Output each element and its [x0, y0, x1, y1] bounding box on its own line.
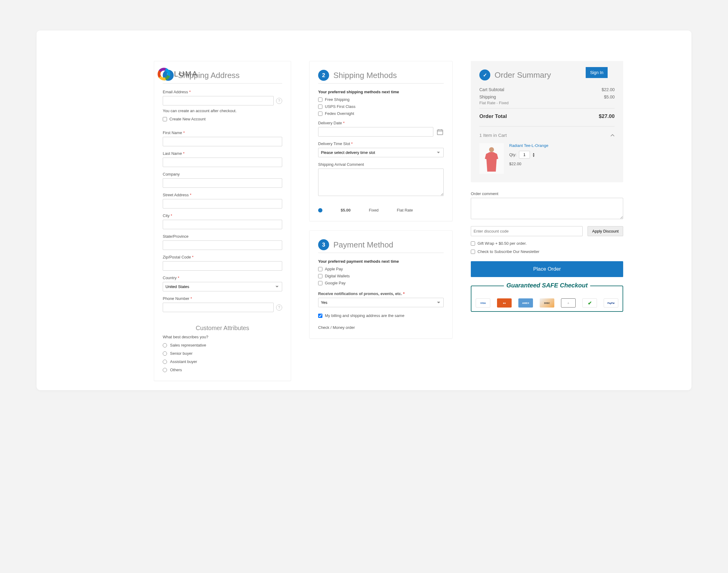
- delivery-date-input[interactable]: [318, 127, 433, 137]
- place-order-button[interactable]: Place Order: [471, 261, 623, 277]
- total-value: $27.00: [599, 113, 615, 119]
- last-name-label: Last Name: [163, 151, 282, 156]
- pay-pref-2-checkbox[interactable]: [318, 281, 322, 285]
- qty-label: Qty:: [509, 152, 516, 157]
- luma-logo-icon: [157, 67, 171, 81]
- qty-input[interactable]: [519, 151, 530, 158]
- ship-rate-carrier: Fixed: [369, 208, 379, 212]
- ship-rate-method: Flat Rate: [397, 208, 413, 212]
- visa-icon: VISA: [476, 298, 490, 308]
- notif-select[interactable]: Yes: [318, 298, 444, 307]
- items-head[interactable]: 1 Item in Cart: [479, 133, 507, 138]
- attr-opt-3-radio[interactable]: [163, 368, 167, 372]
- paypal-icon: PayPal: [604, 298, 618, 308]
- phone-help-icon[interactable]: ?: [276, 305, 282, 311]
- qty-stepper[interactable]: ▲▼: [533, 152, 535, 157]
- country-label: Country: [163, 275, 282, 280]
- shipping-sum-value: $5.00: [604, 95, 615, 99]
- attr-opt-2-label: Assistant buyer: [170, 359, 197, 364]
- first-name-input[interactable]: [163, 137, 282, 146]
- ship-pref-0-label: Free Shipping: [325, 97, 349, 102]
- delivery-date-label: Delivery Date: [318, 121, 444, 125]
- pay-pref-2-label: Google Pay: [325, 281, 346, 285]
- customer-attrs-question: What best describes you?: [163, 335, 282, 339]
- secure-icon: ✔: [582, 298, 597, 308]
- shipping-sum-label: Shipping: [479, 95, 496, 99]
- first-name-label: First Name: [163, 131, 282, 135]
- company-input[interactable]: [163, 178, 282, 188]
- company-label: Company: [163, 172, 282, 176]
- shipping-methods-panel: 2 Shipping Methods Your preferred shippi…: [309, 61, 452, 221]
- payment-panel: 3 Payment Method Your preferred payment …: [309, 230, 452, 338]
- city-input[interactable]: [163, 220, 282, 229]
- subtotal-value: $22.00: [602, 87, 615, 92]
- discount-input[interactable]: [471, 226, 583, 236]
- cart-item: Radiant Tee-L-Orange Qty: ▲▼ $22.00: [479, 143, 615, 174]
- ship-rate-price: $5.00: [341, 208, 351, 212]
- step-3-title: Payment Method: [333, 240, 393, 250]
- item-price: $22.00: [509, 162, 548, 166]
- ship-rate-radio[interactable]: [318, 208, 322, 212]
- discover-icon: DISC: [540, 298, 554, 308]
- signin-button[interactable]: Sign In: [586, 67, 608, 78]
- email-hint: You can create an account after checkout…: [163, 108, 282, 113]
- pay-pref-1-checkbox[interactable]: [318, 274, 322, 278]
- pay-pref-label: Your preferred payment methods next time: [318, 259, 444, 264]
- ship-comment-label: Shipping Arrival Comment: [318, 162, 444, 167]
- payment-method-text: Check / Money order: [318, 325, 444, 330]
- email-input[interactable]: [163, 96, 274, 105]
- svg-rect-5: [437, 130, 443, 135]
- same-address-checkbox[interactable]: [318, 314, 322, 318]
- state-label: State/Province: [163, 234, 282, 239]
- shipping-sum-sub: Flat Rate - Fixed: [479, 101, 509, 105]
- phone-input[interactable]: [163, 303, 274, 312]
- calendar-icon[interactable]: [436, 128, 444, 136]
- brand-name: LUMA: [174, 70, 198, 78]
- notif-label: Receive notifications of promos, events,…: [318, 292, 444, 296]
- create-account-checkbox[interactable]: [163, 117, 167, 121]
- order-comment-input[interactable]: [471, 198, 623, 219]
- authorize-icon: ⌂: [561, 298, 576, 308]
- ship-pref-2-checkbox[interactable]: [318, 112, 322, 116]
- create-account-label: Create New Account: [169, 117, 206, 121]
- product-image: [479, 143, 504, 174]
- ship-pref-label: Your preferred shipping methods next tim…: [318, 90, 444, 94]
- zip-input[interactable]: [163, 261, 282, 271]
- street-input[interactable]: [163, 199, 282, 208]
- giftwrap-label: Gift Wrap + $0.50 per order.: [478, 241, 526, 246]
- ship-pref-0-checkbox[interactable]: [318, 98, 322, 102]
- newsletter-label: Check to Subscribe Our Newsletter: [478, 249, 539, 254]
- attr-opt-2-radio[interactable]: [163, 360, 167, 364]
- attr-opt-1-radio[interactable]: [163, 352, 167, 356]
- state-input[interactable]: [163, 241, 282, 250]
- delivery-slot-label: Delivery Time Slot: [318, 142, 444, 146]
- attr-opt-1-label: Senior buyer: [170, 351, 192, 356]
- same-address-label: My billing and shipping address are the …: [325, 313, 404, 318]
- last-name-input[interactable]: [163, 158, 282, 167]
- giftwrap-checkbox[interactable]: [471, 242, 475, 246]
- step-3-badge: 3: [318, 239, 329, 250]
- attr-opt-0-radio[interactable]: [163, 343, 167, 348]
- shipping-address-panel: 1 Shipping Address Email Address ? You c…: [154, 61, 291, 381]
- attr-opt-0-label: Sales representative: [170, 343, 206, 348]
- pay-pref-0-label: Apple Pay: [325, 267, 343, 271]
- safe-checkout-box: Guaranteed SAFE Checkout VISA ●● AMEX DI…: [471, 285, 623, 312]
- pay-pref-1-label: Digital Wallets: [325, 274, 350, 278]
- ship-pref-1-label: USPS First Class: [325, 104, 355, 109]
- product-name[interactable]: Radiant Tee-L-Orange: [509, 143, 548, 148]
- chevron-up-icon[interactable]: [610, 133, 615, 138]
- delivery-slot-select[interactable]: Please select delivery time slot: [318, 148, 444, 157]
- phone-label: Phone Number: [163, 296, 282, 301]
- mastercard-icon: ●●: [497, 298, 512, 308]
- ship-comment-input[interactable]: [318, 168, 444, 196]
- amex-icon: AMEX: [518, 298, 533, 308]
- email-help-icon[interactable]: ?: [276, 98, 282, 104]
- newsletter-checkbox[interactable]: [471, 250, 475, 254]
- ship-pref-1-checkbox[interactable]: [318, 105, 322, 109]
- country-select[interactable]: United States: [163, 282, 282, 292]
- safe-checkout-title: Guaranteed SAFE Checkout: [504, 282, 590, 289]
- logo: LUMA: [157, 67, 198, 81]
- apply-discount-button[interactable]: Apply Discount: [587, 226, 623, 236]
- street-label: Street Address: [163, 193, 282, 197]
- pay-pref-0-checkbox[interactable]: [318, 267, 322, 271]
